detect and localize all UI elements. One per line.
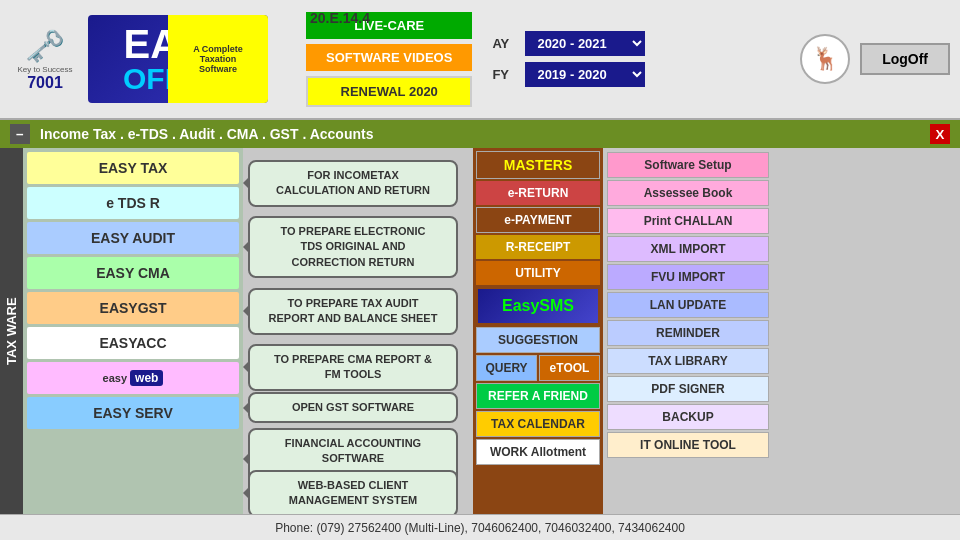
logoff-button[interactable]: LogOff	[860, 43, 950, 75]
phone-number: Phone: (079) 27562400 (Multi-Line), 7046…	[275, 521, 685, 535]
tax-ware-label: TAX WARE	[0, 148, 23, 514]
company-logo: 🦌	[800, 34, 850, 84]
masters-section: MASTERS e-RETURN e-PAYMENT R-RECEIPT UTI…	[473, 148, 603, 514]
module-list: EASY TAX e TDS R EASY AUDIT EASY CMA EAS…	[23, 148, 243, 514]
tooltip-audit: TO PREPARE TAX AUDIT REPORT AND BALANCE …	[248, 288, 458, 335]
toolbar-title: Income Tax . e-TDS . Audit . CMA . GST .…	[40, 126, 930, 142]
close-button[interactable]: X	[930, 124, 950, 144]
renewal-button[interactable]: RENEWAL 2020	[306, 76, 472, 107]
it-online-tool-button[interactable]: IT ONLINE TOOL	[607, 432, 769, 458]
key-logo-label: Key to Success	[17, 65, 72, 74]
module-easy-audit[interactable]: EASY AUDIT	[27, 222, 239, 254]
tooltip-etds: TO PREPARE ELECTRONIC TDS ORIGINAL AND C…	[248, 216, 458, 278]
right-column: Software Setup Assessee Book Print CHALL…	[603, 148, 773, 514]
tooltip-gst: OPEN GST SOFTWARE	[248, 392, 458, 423]
software-videos-button[interactable]: SOFTWARE VIDEOS	[306, 44, 472, 71]
module-easy-cma[interactable]: EASY CMA	[27, 257, 239, 289]
module-easy-tax[interactable]: EASY TAX	[27, 152, 239, 184]
status-bar: Phone: (079) 27562400 (Multi-Line), 7046…	[0, 514, 960, 540]
module-easygst[interactable]: EASYGST	[27, 292, 239, 324]
xml-import-button[interactable]: XML IMPORT	[607, 236, 769, 262]
reminder-button[interactable]: REMINDER	[607, 320, 769, 346]
epayment-button[interactable]: e-PAYMENT	[476, 207, 600, 233]
refer-button[interactable]: REFER A FRIEND	[476, 383, 600, 409]
tax-library-button[interactable]: TAX LIBRARY	[607, 348, 769, 374]
utility-button[interactable]: UTILITY	[476, 261, 600, 285]
fvu-import-button[interactable]: FVU IMPORT	[607, 264, 769, 290]
easysms-button[interactable]: EasySMS	[478, 289, 598, 323]
easysms-suffix: SMS	[539, 297, 574, 314]
tooltip-easy-tax: FOR INCOMETAX CALCULATION AND RETURN	[248, 160, 458, 207]
backup-button[interactable]: BACKUP	[607, 404, 769, 430]
tooltips-area: FOR INCOMETAX CALCULATION AND RETURN TO …	[243, 148, 473, 514]
rreceipt-button[interactable]: R-RECEIPT	[476, 235, 600, 259]
tagline: A Complete Taxation Software	[193, 44, 243, 74]
tooltip-web: WEB-BASED CLIENT MANAGEMENT SYSTEM	[248, 470, 458, 514]
module-easy-serv[interactable]: EASY SERV	[27, 397, 239, 429]
ereturn-button[interactable]: e-RETURN	[476, 181, 600, 205]
version: 20.E.14.4	[310, 10, 370, 26]
tooltip-cma: TO PREPARE CMA REPORT & FM TOOLS	[248, 344, 458, 391]
ay-label: AY	[492, 36, 517, 51]
masters-title: MASTERS	[476, 151, 600, 179]
lan-update-button[interactable]: LAN UPDATE	[607, 292, 769, 318]
toolbar: − Income Tax . e-TDS . Audit . CMA . GST…	[0, 120, 960, 148]
software-setup-button[interactable]: Software Setup	[607, 152, 769, 178]
suggestion-button[interactable]: SUGGESTION	[476, 327, 600, 353]
print-challan-button[interactable]: Print CHALLAN	[607, 208, 769, 234]
key-number: 7001	[27, 74, 63, 92]
assessee-book-button[interactable]: Assessee Book	[607, 180, 769, 206]
fy-selector: AY 2020 - 2021 FY 2019 - 2020	[492, 31, 645, 87]
module-easyweb[interactable]: easyweb	[27, 362, 239, 394]
right-section: MASTERS e-RETURN e-PAYMENT R-RECEIPT UTI…	[473, 148, 960, 514]
fy-select[interactable]: 2019 - 2020	[525, 62, 645, 87]
module-easyacc[interactable]: EASYACC	[27, 327, 239, 359]
easy-office-logo: EASY OFFICE A Complete Taxation Software	[88, 15, 268, 103]
easysms-prefix: Easy	[502, 297, 539, 314]
ay-select[interactable]: 2020 - 2021	[525, 31, 645, 56]
fy-label: FY	[492, 67, 517, 82]
work-allotment-button[interactable]: WORK Allotment	[476, 439, 600, 465]
etool-button[interactable]: eTOOL	[539, 355, 600, 381]
module-etds[interactable]: e TDS R	[27, 187, 239, 219]
pdf-signer-button[interactable]: PDF SIGNER	[607, 376, 769, 402]
query-button[interactable]: QUERY	[476, 355, 537, 381]
key-logo: 🗝️ Key to Success 7001	[10, 14, 80, 104]
minimize-button[interactable]: −	[10, 124, 30, 144]
taxcal-button[interactable]: TAX CALENDAR	[476, 411, 600, 437]
